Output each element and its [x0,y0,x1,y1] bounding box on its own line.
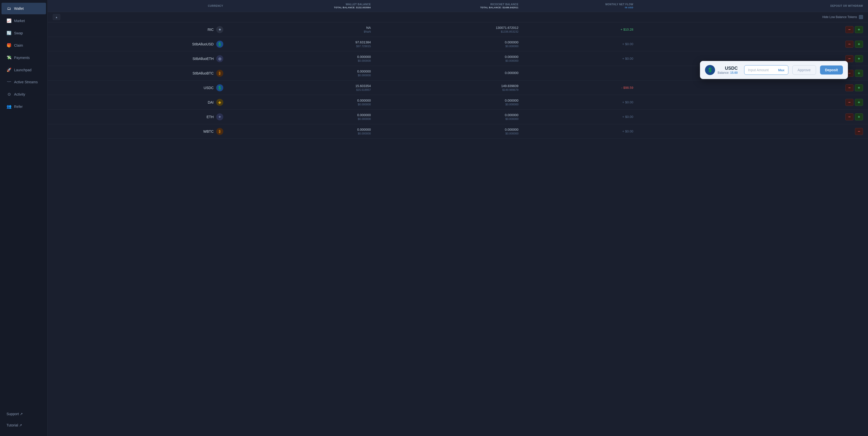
currency-icon: 💲 [216,41,223,48]
ricochet-main-value: 0.000000 [381,40,518,44]
sidebar-item-label: Claim [14,43,23,47]
currency-cell: StIbAlluoUSD 💲 [48,37,228,52]
flow-value: + $0.00 [622,42,633,46]
deposit-button[interactable]: + [855,55,863,62]
launchpad-icon: 🚀 [6,67,11,72]
popup-approve-button[interactable]: Approve [793,65,816,75]
collapse-button[interactable]: ▲ [53,14,60,20]
withdraw-button[interactable]: − [845,99,854,106]
wallet-main-value: 97.631384 [233,40,371,44]
ricochet-balance-header: RICOCHET BALANCE TOTAL BALANCE: $1486.84… [376,0,523,12]
sidebar-item-payments[interactable]: 💸 Payments [1,52,46,64]
wallet-main-value: 0.000000 [233,69,371,73]
sidebar-item-swap[interactable]: 🔄 Swap [1,27,46,39]
deposit-button[interactable]: + [855,70,863,77]
sidebar-item-support[interactable]: Support ↗ [1,408,46,420]
wallet-sub-value: $15.618957 [233,88,371,91]
action-cell: −+ 💲 USDC Balance: 15.60 Max Approve [639,66,868,80]
currency-cell: RIC ◈ [48,22,228,37]
currency-name: ETH [207,115,214,119]
deposit-button[interactable]: + [855,113,863,121]
withdraw-button[interactable]: − [855,128,863,135]
withdraw-button[interactable]: − [845,113,854,121]
wallet-main-value: 0.000000 [233,55,371,59]
hide-low-balance-toggle[interactable] [859,15,863,19]
claim-icon: 🎁 [6,43,11,48]
wallet-table-container[interactable]: CURRENCY WALLET BALANCE TOTAL BALANCE: $… [48,0,868,436]
wallet-balance-cell: 0.000000 $0.000000 [228,110,376,124]
ricochet-balance-cell: 149.839839 $149.989679 [376,80,523,95]
popup-currency-icon: 💲 [705,65,715,75]
deposit-button[interactable]: + [855,26,863,33]
ricochet-balance-cell: 0.000000 $0.000000 [376,124,523,139]
wallet-sub-value: $0.000000 [233,132,371,135]
withdraw-button[interactable]: − [845,55,854,62]
ricochet-main-value: 0.000000 [381,128,518,131]
table-row: ETH ⟡ 0.000000 $0.000000 0.000000 $0.000… [48,110,868,124]
ricochet-main-value: 130071.672012 [381,26,518,30]
flow-value: + $10.28 [621,28,633,31]
ricochet-main-value: 0.000000 [381,71,518,75]
wallet-icon: 🗂 [6,6,11,11]
sidebar-item-label: Payments [14,56,30,60]
ricochet-sub-value: $0.000000 [381,59,518,62]
ricochet-balance-cell: 130071.672012 $1336.853232 [376,22,523,37]
table-row: StIbAlluoUSD 💲 97.631384 $97.729015 0.00… [48,37,868,52]
wallet-main-value: 0.000000 [233,99,371,102]
withdraw-button[interactable]: − [845,41,854,48]
currency-icon: ◈ [216,26,223,33]
withdraw-button[interactable]: − [845,26,854,33]
monthly-flow-cell: + $10.28 [523,22,638,37]
withdraw-button[interactable]: − [845,84,854,91]
popup-amount-input[interactable] [744,65,775,74]
currency-cell: USDC 💲 [48,80,228,95]
action-cell: − [639,124,868,139]
monthly-flow-cell: + $0.00 [523,110,638,124]
sidebar-item-label: Active Streams [14,80,38,84]
popup-deposit-button[interactable]: Deposit [820,65,843,74]
currency-icon: ◈ [216,99,223,106]
sidebar-item-market[interactable]: 📈 Market [1,15,46,27]
sidebar-item-launchpad[interactable]: 🚀 Launchpad [1,64,46,76]
currency-cell: DAI ◈ [48,95,228,110]
currency-icon: ₿ [216,70,223,77]
ricochet-sub-value: $0.000000 [381,118,518,121]
hide-low-balance-control: Hide Low Balance Tokens [644,15,863,19]
sidebar-item-tutorial[interactable]: Tutorial ↗ [1,420,46,431]
wallet-sub-value: $NaN [233,30,371,33]
currency-icon: ⟡ [216,113,223,121]
wallet-main-value: 0.000000 [233,113,371,117]
sidebar-item-label: Market [14,19,25,23]
payments-icon: 💸 [6,55,11,60]
wallet-main-value: NA [233,26,371,30]
currency-cell: WBTC ₿ [48,124,228,139]
deposit-button[interactable]: + [855,99,863,106]
sidebar: 🗂 Wallet 📈 Market 🔄 Swap 🎁 Claim 💸 Payme… [0,0,48,436]
sidebar-item-wallet[interactable]: 🗂 Wallet [1,3,46,14]
ricochet-balance-cell: 0.000000 [376,66,523,80]
deposit-button[interactable]: + [855,41,863,48]
sidebar-item-label: Wallet [14,6,24,10]
sidebar-item-activity[interactable]: ⊙ Activity [1,88,46,100]
sidebar-item-claim[interactable]: 🎁 Claim [1,39,46,51]
popup-balance: Balance: 15.60 [718,71,738,74]
currency-cell: ETH ⟡ [48,110,228,124]
table-row: USDC 💲 15.603354 $15.618957 149.839839 $… [48,80,868,95]
monthly-flow-cell [523,66,638,80]
deposit-button[interactable]: + [855,84,863,91]
sidebar-item-label: Activity [14,92,25,96]
flow-value: + $0.00 [622,115,633,119]
wallet-table: CURRENCY WALLET BALANCE TOTAL BALANCE: $… [48,0,868,139]
wallet-balance-header: WALLET BALANCE TOTAL BALANCE: $132.00359… [228,0,376,12]
popup-max-button[interactable]: Max [775,66,788,74]
wallet-main-value: 15.603354 [233,84,371,88]
flow-value: + $0.00 [622,57,633,61]
wallet-sub-value: $0.000000 [233,74,371,77]
sidebar-item-refer[interactable]: 👥 Refer [1,101,46,112]
sidebar-item-active-streams[interactable]: 〰 Active Streams [1,76,46,88]
monthly-flow-cell: + $0.00 [523,95,638,110]
wallet-balance-cell: 0.000000 $0.000000 [228,95,376,110]
popup-balance-value: 15.60 [730,71,738,74]
flow-value: - $98.59 [621,86,633,90]
popup-currency-info: 💲 USDC Balance: 15.60 [705,65,740,75]
